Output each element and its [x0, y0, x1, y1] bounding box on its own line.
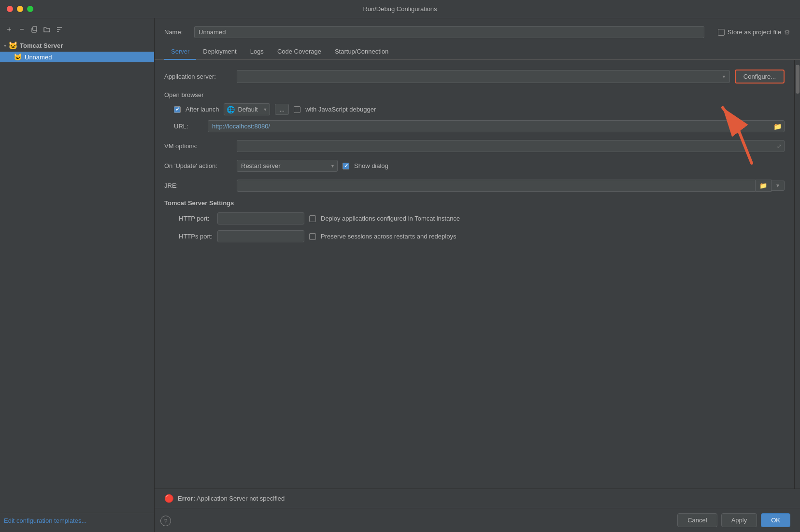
- url-input[interactable]: [208, 120, 785, 132]
- https-port-row: HTTPs port: Preserve sessions across res…: [164, 230, 785, 242]
- https-port-input[interactable]: [217, 230, 304, 242]
- tomcat-settings-label: Tomcat Server Settings: [164, 199, 785, 207]
- app-server-select[interactable]: [237, 70, 730, 83]
- error-text: Error: Application Server not specified: [178, 495, 285, 502]
- vm-options-label: VM options:: [164, 142, 232, 150]
- chevron-down-icon: ▾: [4, 43, 6, 48]
- jre-input-wrapper: 📁 ▼: [237, 180, 785, 192]
- show-dialog-label: Show dialog: [354, 162, 388, 169]
- http-port-label: HTTP port:: [164, 215, 213, 222]
- error-message: Application Server not specified: [197, 495, 285, 502]
- form-content: Application server: Configure... Open br…: [155, 60, 794, 489]
- configure-button[interactable]: Configure...: [735, 70, 785, 84]
- url-input-wrapper: 📁: [208, 120, 785, 132]
- sidebar-item-unnamed[interactable]: 🐱 Unnamed: [0, 52, 154, 62]
- on-update-select[interactable]: Restart server Update classes and resour…: [237, 160, 338, 172]
- jre-row: JRE: 📁 ▼: [164, 180, 785, 192]
- open-browser-row: After launch 🌐 Default ...: [174, 103, 785, 115]
- preserve-sessions-checkbox[interactable]: [309, 233, 316, 240]
- name-input[interactable]: [194, 26, 704, 38]
- sidebar-footer: Edit configuration templates...: [0, 513, 154, 528]
- browser-select[interactable]: Default: [224, 103, 270, 115]
- tomcat-icon: 🐱: [8, 41, 18, 50]
- vm-options-row: VM options: ⤢: [164, 140, 785, 152]
- js-debugger-checkbox[interactable]: [294, 106, 300, 113]
- app-server-row: Application server: Configure...: [164, 70, 785, 84]
- tab-startup-connection[interactable]: Startup/Connection: [328, 44, 395, 60]
- bottom-bar: ? Cancel Apply OK: [155, 508, 800, 532]
- url-row: URL: 📁: [174, 120, 785, 132]
- cancel-button[interactable]: Cancel: [677, 513, 717, 527]
- preserve-label: Preserve sessions across restarts and re…: [321, 233, 456, 240]
- ok-button[interactable]: OK: [761, 513, 790, 527]
- main-container: + − ▾: [0, 18, 800, 532]
- sidebar: + − ▾: [0, 18, 155, 532]
- after-launch-label: After launch: [186, 106, 219, 113]
- help-button[interactable]: ?: [160, 516, 171, 526]
- add-config-button[interactable]: +: [4, 24, 14, 35]
- jre-label: JRE:: [164, 182, 232, 189]
- tomcat-server-group: ▾ 🐱 Tomcat Server 🐱 Unnamed: [0, 39, 154, 63]
- https-port-label: HTTPs port:: [164, 233, 213, 240]
- close-button[interactable]: [7, 6, 13, 12]
- browse-url-icon[interactable]: 📁: [773, 123, 782, 130]
- on-update-select-wrapper: Restart server Update classes and resour…: [237, 160, 338, 172]
- title-bar: Run/Debug Configurations: [0, 0, 800, 18]
- sidebar-toolbar: + −: [0, 22, 154, 39]
- tab-logs[interactable]: Logs: [243, 44, 271, 60]
- vm-options-input[interactable]: [237, 140, 785, 152]
- unnamed-config-icon: 🐱: [14, 53, 22, 61]
- deploy-label: Deploy applications configured in Tomcat…: [321, 215, 460, 222]
- sort-config-button[interactable]: [54, 24, 65, 35]
- store-as-project-label: Store as project file: [728, 28, 781, 36]
- open-browser-label: Open browser: [164, 91, 785, 98]
- browser-dots-button[interactable]: ...: [275, 104, 289, 115]
- copy-config-button[interactable]: [29, 24, 40, 35]
- tabs-row: Server Deployment Logs Code Coverage Sta…: [155, 44, 800, 60]
- app-server-label: Application server:: [164, 73, 232, 80]
- open-browser-indent: After launch 🌐 Default ...: [164, 103, 785, 132]
- http-port-input[interactable]: [217, 212, 304, 224]
- deploy-checkbox[interactable]: [309, 215, 316, 222]
- url-label: URL:: [174, 123, 203, 130]
- tomcat-server-group-header[interactable]: ▾ 🐱 Tomcat Server: [0, 40, 154, 52]
- jre-browse-button[interactable]: 📁: [756, 180, 771, 192]
- scrollbar-track[interactable]: [794, 60, 800, 489]
- tomcat-server-group-label: Tomcat Server: [20, 42, 63, 49]
- window-title: Run/Debug Configurations: [363, 5, 437, 13]
- minimize-button[interactable]: [17, 6, 23, 12]
- jre-input[interactable]: [237, 180, 756, 192]
- error-bar: 🔴 Error: Application Server not specifie…: [155, 489, 800, 508]
- on-update-row: On 'Update' action: Restart server Updat…: [164, 160, 785, 172]
- remove-config-button[interactable]: −: [16, 24, 27, 35]
- show-dialog-checkbox[interactable]: [343, 163, 349, 169]
- js-debugger-label: with JavaScript debugger: [305, 106, 376, 113]
- sidebar-item-unnamed-label: Unnamed: [25, 54, 52, 61]
- content-area: Name: Store as project file ⚙ Server Dep…: [155, 18, 800, 489]
- store-as-project-checkbox[interactable]: [718, 29, 725, 36]
- apply-button[interactable]: Apply: [721, 513, 757, 527]
- tomcat-settings-section: Tomcat Server Settings HTTP port: Deploy…: [164, 199, 785, 242]
- maximize-button[interactable]: [27, 6, 33, 12]
- expand-icon[interactable]: ⤢: [777, 143, 782, 150]
- after-launch-checkbox[interactable]: [174, 106, 181, 113]
- content-relative: Name: Store as project file ⚙ Server Dep…: [155, 18, 800, 532]
- tab-server[interactable]: Server: [164, 44, 196, 60]
- error-prefix: Error:: [178, 495, 195, 502]
- open-browser-section: Open browser After launch 🌐 De: [164, 91, 785, 132]
- svg-rect-1: [33, 27, 37, 30]
- folder-config-button[interactable]: [42, 24, 52, 35]
- on-update-label: On 'Update' action:: [164, 162, 232, 169]
- edit-templates-link[interactable]: Edit configuration templates...: [4, 517, 86, 524]
- content-with-scroll: Application server: Configure... Open br…: [155, 60, 800, 489]
- tab-code-coverage[interactable]: Code Coverage: [271, 44, 328, 60]
- error-icon: 🔴: [164, 494, 174, 503]
- http-port-row: HTTP port: Deploy applications configure…: [164, 212, 785, 224]
- scrollbar-thumb[interactable]: [796, 65, 800, 94]
- tab-deployment[interactable]: Deployment: [196, 44, 243, 60]
- jre-dropdown-button[interactable]: ▼: [771, 181, 785, 191]
- name-row: Name: Store as project file ⚙: [155, 18, 800, 44]
- traffic-lights: [7, 6, 33, 12]
- gear-icon[interactable]: ⚙: [784, 28, 790, 36]
- browser-select-wrapper: 🌐 Default: [224, 103, 270, 115]
